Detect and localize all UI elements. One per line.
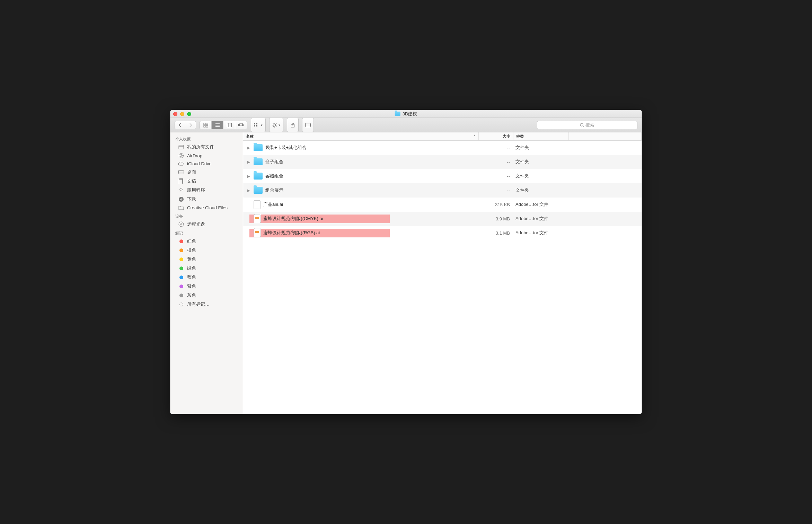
- file-row[interactable]: 蜜蜂设计规范(初版)(CMYK).ai3.9 MBAdobe…tor 文件: [243, 212, 642, 226]
- cloud-icon: [178, 162, 184, 166]
- file-size-cell: --: [479, 159, 513, 165]
- file-name-cell: 蜜蜂设计规范(初版)(CMYK).ai: [243, 215, 479, 223]
- tag-dot-icon: [178, 276, 184, 279]
- forward-button[interactable]: [185, 121, 196, 129]
- chevron-left-icon: [178, 123, 182, 127]
- svg-point-17: [274, 124, 276, 126]
- arrange-button[interactable]: ▾: [251, 118, 266, 132]
- titlebar: 3D建模: [170, 110, 642, 118]
- action-button[interactable]: ▾: [269, 118, 283, 132]
- sidebar-item-desktop[interactable]: 桌面: [170, 168, 243, 177]
- folder-icon: [254, 158, 263, 165]
- sidebar-item-label: 灰色: [187, 292, 196, 298]
- sidebar: 个人收藏 我的所有文件 AirDrop iCloud Drive 桌面 文稿 应…: [170, 132, 243, 414]
- column-name[interactable]: 名称˄: [243, 132, 479, 140]
- view-mode-buttons: [200, 121, 247, 129]
- file-row[interactable]: ▶袋装+卡装+其他组合--文件夹: [243, 141, 642, 155]
- disclosure-triangle-icon[interactable]: ▶: [247, 174, 251, 178]
- sidebar-item-airdrop[interactable]: AirDrop: [170, 151, 243, 160]
- search-field[interactable]: 搜索: [537, 121, 637, 129]
- list-view-button[interactable]: [212, 121, 223, 129]
- sidebar-item-downloads[interactable]: 下载: [170, 195, 243, 204]
- gallery-view-button[interactable]: [235, 121, 247, 129]
- sidebar-tag-orange[interactable]: 橙色: [170, 246, 243, 255]
- file-row[interactable]: ▶盒子组合--文件夹: [243, 155, 642, 169]
- file-row[interactable]: 产品ai8.ai315 KBAdobe…tor 文件: [243, 198, 642, 212]
- sidebar-tag-gray[interactable]: 灰色: [170, 291, 243, 300]
- tags-button[interactable]: [302, 118, 314, 132]
- share-icon: [291, 123, 295, 128]
- file-size-cell: 3.1 MB: [479, 230, 513, 236]
- zoom-button[interactable]: [187, 112, 191, 116]
- file-name-cell: ▶容器组合: [243, 173, 479, 180]
- svg-rect-1: [206, 123, 208, 125]
- sidebar-item-remote-disc[interactable]: 远程光盘: [170, 220, 243, 229]
- sort-indicator-icon: ˄: [474, 134, 476, 138]
- sidebar-item-applications[interactable]: 应用程序: [170, 186, 243, 195]
- sidebar-item-label: 红色: [187, 238, 196, 244]
- file-row[interactable]: 蜜蜂设计规范(初版)(RGB).ai3.1 MBAdobe…tor 文件: [243, 226, 642, 240]
- tag-dot-icon: [178, 285, 184, 288]
- svg-rect-7: [227, 123, 231, 127]
- sidebar-item-all-files[interactable]: 我的所有文件: [170, 142, 243, 151]
- column-view-button[interactable]: [223, 121, 235, 129]
- svg-rect-3: [206, 125, 208, 127]
- file-list: 名称˄ 大小 种类 ▶袋装+卡装+其他组合--文件夹▶盒子组合--文件夹▶容器组…: [243, 132, 642, 414]
- sidebar-item-label: 文稿: [187, 178, 196, 184]
- file-row[interactable]: ▶容器组合--文件夹: [243, 169, 642, 183]
- gear-icon: [272, 123, 277, 128]
- sidebar-item-label: 紫色: [187, 283, 196, 289]
- column-kind[interactable]: 种类: [513, 132, 569, 140]
- file-icon: [254, 229, 261, 237]
- sidebar-item-icloud[interactable]: iCloud Drive: [170, 160, 243, 168]
- sidebar-tag-green[interactable]: 绿色: [170, 264, 243, 273]
- svg-point-35: [181, 155, 182, 156]
- file-size-cell: 3.9 MB: [479, 216, 513, 221]
- disclosure-triangle-icon[interactable]: ▶: [247, 160, 251, 164]
- close-button[interactable]: [173, 112, 177, 116]
- column-extra[interactable]: [569, 132, 642, 140]
- file-kind-cell: 文件夹: [513, 145, 569, 151]
- grid-icon: [203, 123, 208, 128]
- back-button[interactable]: [175, 121, 185, 129]
- sidebar-item-creative-cloud[interactable]: Creative Cloud Files: [170, 204, 243, 212]
- svg-point-43: [180, 224, 182, 225]
- all-files-icon: [178, 145, 184, 149]
- sidebar-header-devices: 设备: [170, 212, 243, 220]
- icon-view-button[interactable]: [200, 121, 212, 129]
- svg-line-24: [276, 123, 276, 124]
- search-icon: [580, 123, 584, 127]
- file-name-label: 盒子组合: [265, 159, 283, 165]
- file-row[interactable]: ▶组合展示--文件夹: [243, 183, 642, 198]
- folder-icon: [178, 206, 184, 210]
- tag-dot-icon: [178, 267, 184, 270]
- sidebar-header-favorites: 个人收藏: [170, 134, 243, 142]
- sidebar-tag-blue[interactable]: 蓝色: [170, 273, 243, 282]
- share-button[interactable]: [287, 118, 299, 132]
- search-placeholder: 搜索: [585, 122, 594, 128]
- chevron-right-icon: [189, 123, 192, 127]
- sidebar-item-label: AirDrop: [187, 153, 202, 158]
- folder-icon: [395, 112, 400, 116]
- minimize-button[interactable]: [180, 112, 184, 116]
- column-kind-label: 种类: [516, 134, 524, 139]
- disclosure-triangle-icon[interactable]: ▶: [247, 189, 251, 192]
- column-size[interactable]: 大小: [479, 132, 513, 140]
- window-title: 3D建模: [395, 111, 417, 117]
- sidebar-item-label: 我的所有文件: [187, 144, 214, 150]
- window-title-text: 3D建模: [403, 111, 417, 117]
- sidebar-item-documents[interactable]: 文稿: [170, 177, 243, 186]
- svg-rect-31: [179, 145, 184, 149]
- sidebar-tag-yellow[interactable]: 黄色: [170, 255, 243, 264]
- sidebar-header-tags: 标记: [170, 229, 243, 237]
- sidebar-item-label: iCloud Drive: [187, 161, 212, 166]
- sidebar-item-label: 应用程序: [187, 187, 205, 193]
- folder-icon: [254, 173, 263, 180]
- sidebar-tag-purple[interactable]: 紫色: [170, 282, 243, 291]
- column-name-label: 名称: [246, 134, 254, 139]
- sidebar-tag-all[interactable]: 所有标记…: [170, 300, 243, 309]
- sidebar-item-label: Creative Cloud Files: [187, 205, 228, 210]
- sidebar-tag-red[interactable]: 红色: [170, 237, 243, 246]
- disclosure-triangle-icon[interactable]: ▶: [247, 146, 251, 150]
- file-name-label: 蜜蜂设计规范(初版)(RGB).ai: [263, 230, 320, 236]
